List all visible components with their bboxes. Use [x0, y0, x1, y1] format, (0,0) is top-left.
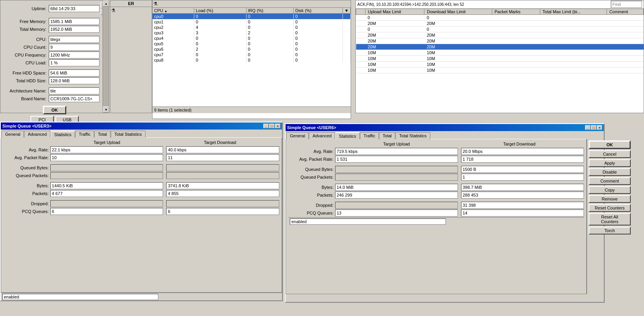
- user6-titlebar: Simple Queue <USER6> _ □ ×: [286, 124, 604, 131]
- user3-maximize[interactable]: □: [269, 124, 275, 128]
- user6-maximize[interactable]: □: [591, 125, 596, 130]
- user6-tab-traffic[interactable]: Traffic: [360, 132, 379, 139]
- cpu-name: cpu2: [153, 25, 194, 30]
- col-upload-max[interactable]: Upload Max Limit: [365, 9, 424, 15]
- user3-queued-bytes-upload: [50, 164, 163, 171]
- cpu-row[interactable]: cpu3 3 2 0: [153, 30, 351, 36]
- user6-torch-button[interactable]: Torch: [589, 227, 631, 234]
- queue-download: 20M: [424, 21, 492, 27]
- user3-tab-total[interactable]: Total: [94, 131, 110, 138]
- scroll-down-arrow[interactable]: ▼: [103, 107, 109, 113]
- queue-comment: [607, 56, 644, 62]
- cpu-row[interactable]: cpu5 0 0 0: [153, 41, 351, 46]
- user6-avg-rate-row: Avg. Rate:: [288, 148, 584, 155]
- col-disk[interactable]: Disk (%): [293, 8, 342, 14]
- cpu-irq: 0: [246, 57, 293, 63]
- queue-row[interactable]: 10M 10M: [356, 56, 644, 62]
- queue-total: [540, 44, 607, 50]
- sysinfo-scrollbar: ▲ ▼: [103, 0, 109, 113]
- queue-marks: [492, 21, 540, 27]
- user6-bytes-label: Bytes:: [288, 185, 335, 190]
- scroll-up-arrow[interactable]: ▲: [103, 0, 109, 7]
- cpu-row[interactable]: cpu7 0 0 0: [153, 52, 351, 57]
- queue-row[interactable]: 20M 20M: [356, 21, 644, 27]
- user3-dropped-row: Dropped:: [4, 200, 279, 207]
- user6-dropped-upload: [335, 202, 458, 209]
- queue-row[interactable]: 10M 10M: [356, 67, 644, 73]
- cpu-row[interactable]: cpu1 0 0 0: [153, 19, 351, 25]
- user3-queued-packets-row: Queued Packets:: [4, 172, 279, 179]
- user6-tab-total-statistics[interactable]: Total Statistics: [396, 132, 430, 139]
- user3-pcq-upload: [50, 208, 163, 215]
- user3-tab-traffic[interactable]: Traffic: [75, 131, 94, 138]
- queue-row[interactable]: 10M 10M: [356, 62, 644, 67]
- col-comment[interactable]: Comment: [607, 9, 644, 15]
- user6-apply-button[interactable]: Apply: [589, 159, 631, 167]
- user6-tab-general[interactable]: General: [286, 132, 309, 139]
- cpu-row[interactable]: cpu4 0 0 0: [153, 36, 351, 41]
- user6-queued-bytes-label: Queued Bytes:: [288, 167, 335, 172]
- queue-row[interactable]: 20M 20M: [356, 38, 644, 44]
- user6-tab-statistics[interactable]: Statistics: [335, 132, 360, 139]
- col-total-max[interactable]: Total Max Limit (bi...: [540, 9, 607, 15]
- user6-close[interactable]: ×: [597, 125, 602, 130]
- user3-minimize[interactable]: _: [263, 124, 269, 128]
- cpu-freq-value: [49, 51, 99, 59]
- user3-tab-statistics[interactable]: Statistics: [51, 131, 75, 138]
- user6-queued-packets-row: Queued Packets:: [288, 174, 584, 181]
- queue-row[interactable]: 20M 20M: [356, 44, 644, 50]
- user6-reset-all-button[interactable]: Reset All Counters: [589, 213, 631, 225]
- queue-comment: [607, 67, 644, 73]
- cpu-row[interactable]: cpu2 4 0 0: [153, 25, 351, 30]
- col-cpu[interactable]: CPU ▲: [153, 8, 194, 14]
- user6-minimize[interactable]: _: [585, 125, 591, 130]
- cpu-table-container[interactable]: CPU ▲ Load (%) IRQ (%) Disk (%) ▼ cpu0 0…: [153, 8, 351, 107]
- queue-row[interactable]: 20M 20M: [356, 32, 644, 38]
- queue-total: [540, 56, 607, 62]
- dialog-user6: Simple Queue <USER6> _ □ × General Advan…: [285, 123, 605, 303]
- user6-pcq-download: [461, 209, 584, 217]
- log-bar: ACK,FIN), 10.10.20.100:41594->142.250.20…: [356, 0, 644, 9]
- queue-check: [356, 56, 365, 62]
- ok-button[interactable]: OK: [43, 106, 66, 114]
- queue-table: Upload Max Limit Download Max Limit Pack…: [356, 9, 644, 73]
- queue-table-container[interactable]: Upload Max Limit Download Max Limit Pack…: [356, 9, 644, 112]
- user6-reset-counters-button[interactable]: Reset Counters: [589, 204, 631, 212]
- user3-tab-general[interactable]: General: [2, 131, 24, 138]
- user3-tab-advanced[interactable]: Advanced: [24, 131, 50, 138]
- cpu-row[interactable]: cpu0 0 0 0: [153, 14, 351, 20]
- cpu-row[interactable]: cpu8 0 0 0: [153, 57, 351, 63]
- col-packet-marks[interactable]: Packet Marks: [492, 9, 540, 15]
- col-irq[interactable]: IRQ (%): [246, 8, 293, 14]
- col-load[interactable]: Load (%): [194, 8, 246, 14]
- user3-dropped-label: Dropped:: [4, 201, 50, 206]
- user3-close[interactable]: ×: [275, 124, 280, 128]
- cpu-load: 0: [194, 14, 246, 20]
- cpu-count-label: CPU Count:: [2, 45, 49, 50]
- user6-ok-button[interactable]: OK: [589, 140, 631, 149]
- user3-tab-total-statistics[interactable]: Total Statistics: [111, 131, 145, 138]
- col-dropdown[interactable]: ▼: [343, 8, 351, 14]
- user6-comment-button[interactable]: Comment: [589, 177, 631, 185]
- queue-check: [356, 21, 365, 27]
- cpu-name: cpu0: [153, 14, 194, 20]
- queue-row[interactable]: 0 0: [356, 27, 644, 32]
- queue-row[interactable]: 10M 10M: [356, 50, 644, 56]
- queue-marks: [492, 15, 540, 21]
- queue-download: 10M: [424, 56, 492, 62]
- find-input[interactable]: [611, 1, 642, 8]
- user6-dropped-row: Dropped:: [288, 202, 584, 209]
- user3-download-header: Target Download: [163, 140, 277, 145]
- queue-row[interactable]: 0 0: [356, 15, 644, 21]
- user6-disable-button[interactable]: Disable: [589, 168, 631, 176]
- col-download-max[interactable]: Download Max Limit: [424, 9, 492, 15]
- user6-tab-total[interactable]: Total: [379, 132, 395, 139]
- user6-cancel-button[interactable]: Cancel: [589, 150, 631, 158]
- user6-remove-button[interactable]: Remove: [589, 195, 631, 203]
- user6-tab-advanced[interactable]: Advanced: [309, 132, 335, 139]
- user6-copy-button[interactable]: Copy: [589, 186, 631, 194]
- user6-bytes-upload: [335, 184, 458, 191]
- queue-total: [540, 38, 607, 44]
- cpu-row[interactable]: cpu6 2 0 0: [153, 46, 351, 52]
- cpu-toolbar: ⚗: [153, 0, 351, 8]
